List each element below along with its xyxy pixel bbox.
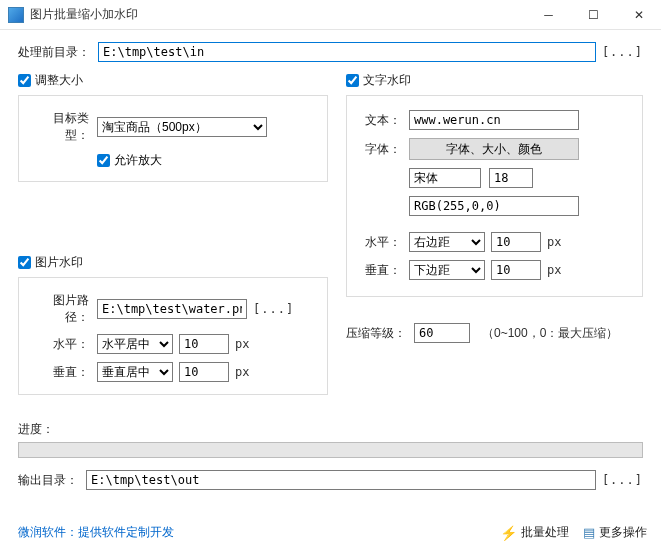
txt-v-label: 垂直： [359, 262, 401, 279]
image-path-label: 图片路径： [31, 292, 89, 326]
text-watermark-checkbox[interactable]: 文字水印 [346, 72, 643, 89]
img-h-label: 水平： [31, 336, 89, 353]
input-dir-browse[interactable]: [...] [602, 45, 643, 59]
input-dir-label: 处理前目录： [18, 44, 90, 61]
footer: 微润软件：提供软件定制开发 ⚡ 批量处理 ▤ 更多操作 [0, 516, 661, 549]
img-v-label: 垂直： [31, 364, 89, 381]
input-dir-field[interactable] [98, 42, 596, 62]
text-watermark-group: 文本： 字体： 字体、大小、颜色 水平： [346, 95, 643, 297]
resize-checkbox[interactable]: 调整大小 [18, 72, 328, 89]
img-h-select[interactable]: 水平居中 [97, 334, 173, 354]
progress-label: 进度： [18, 421, 643, 438]
txt-h-value[interactable] [491, 232, 541, 252]
progress-bar [18, 442, 643, 458]
txt-v-select[interactable]: 下边距 [409, 260, 485, 280]
menu-icon: ▤ [583, 525, 595, 540]
footer-link[interactable]: 微润软件：提供软件定制开发 [18, 524, 174, 541]
close-button[interactable]: ✕ [616, 0, 661, 30]
titlebar: 图片批量缩小加水印 ─ ☐ ✕ [0, 0, 661, 30]
window-title: 图片批量缩小加水印 [30, 6, 526, 23]
txt-v-value[interactable] [491, 260, 541, 280]
image-watermark-label: 图片水印 [35, 254, 83, 271]
resize-checkbox-input[interactable] [18, 74, 31, 87]
text-watermark-input[interactable] [346, 74, 359, 87]
compress-value[interactable] [414, 323, 470, 343]
txt-text-label: 文本： [359, 112, 401, 129]
img-v-value[interactable] [179, 362, 229, 382]
target-type-label: 目标类型： [31, 110, 89, 144]
minimize-button[interactable]: ─ [526, 0, 571, 30]
txt-text-field[interactable] [409, 110, 579, 130]
font-size-field[interactable] [489, 168, 533, 188]
batch-process-button[interactable]: ⚡ 批量处理 [500, 524, 569, 541]
maximize-button[interactable]: ☐ [571, 0, 616, 30]
image-watermark-checkbox[interactable]: 图片水印 [18, 254, 328, 271]
txt-h-select[interactable]: 右边距 [409, 232, 485, 252]
more-actions-button[interactable]: ▤ 更多操作 [583, 524, 647, 541]
img-v-unit: px [235, 365, 249, 379]
font-picker-button[interactable]: 字体、大小、颜色 [409, 138, 579, 160]
txt-h-label: 水平： [359, 234, 401, 251]
img-h-unit: px [235, 337, 249, 351]
txt-h-unit: px [547, 235, 561, 249]
image-path-browse[interactable]: [...] [253, 302, 294, 316]
resize-group: 目标类型： 淘宝商品（500px） 允许放大 [18, 95, 328, 182]
output-dir-browse[interactable]: [...] [602, 473, 643, 487]
target-type-select[interactable]: 淘宝商品（500px） [97, 117, 267, 137]
allow-enlarge-label: 允许放大 [114, 152, 162, 169]
txt-v-unit: px [547, 263, 561, 277]
font-color-field[interactable] [409, 196, 579, 216]
image-path-field[interactable] [97, 299, 247, 319]
lightning-icon: ⚡ [500, 525, 517, 541]
output-dir-field[interactable] [86, 470, 596, 490]
font-name-field[interactable] [409, 168, 481, 188]
compress-hint: （0~100，0：最大压缩） [482, 325, 618, 342]
output-dir-label: 输出目录： [18, 472, 78, 489]
img-v-select[interactable]: 垂直居中 [97, 362, 173, 382]
compress-label: 压缩等级： [346, 325, 406, 342]
image-watermark-group: 图片路径： [...] 水平： 水平居中 px 垂直： 垂直居中 px [18, 277, 328, 395]
resize-checkbox-label: 调整大小 [35, 72, 83, 89]
txt-font-label: 字体： [359, 141, 401, 158]
image-watermark-input[interactable] [18, 256, 31, 269]
text-watermark-label: 文字水印 [363, 72, 411, 89]
allow-enlarge-checkbox[interactable]: 允许放大 [97, 152, 162, 169]
app-icon [8, 7, 24, 23]
img-h-value[interactable] [179, 334, 229, 354]
allow-enlarge-input[interactable] [97, 154, 110, 167]
